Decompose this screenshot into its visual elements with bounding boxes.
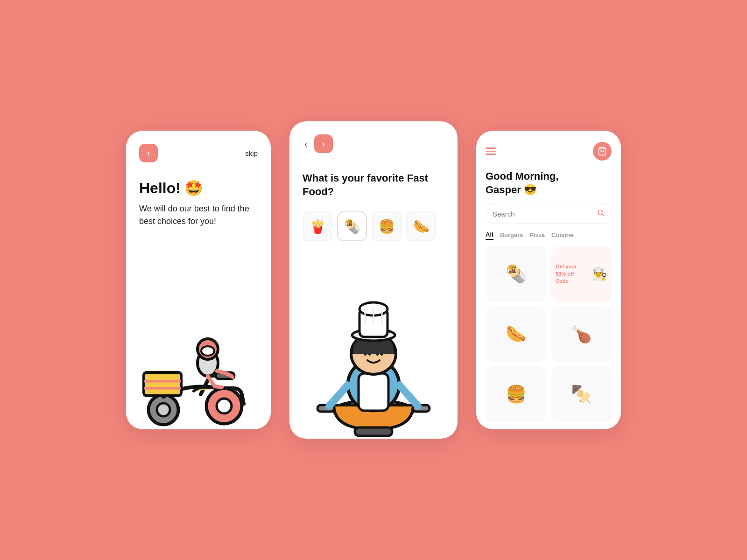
food-item-hotdog[interactable]: 🌭 [486,307,546,362]
promo-chef-emoji: 👨‍🍳 [592,267,607,281]
search-input[interactable] [493,210,593,218]
food-item-burger[interactable]: 🍔 [486,366,546,422]
card1-header: › skip [139,144,258,162]
svg-rect-16 [359,373,388,411]
greeting-text: Good Morning,Gasper 😎 [486,170,612,196]
hello-emoji: 🤩 [184,179,203,197]
food-options-row: 🍟 🌯 🍔 🌭 [303,211,444,241]
welcome-body: We will do our best to find the best cho… [139,203,258,228]
svg-point-1 [217,399,232,413]
svg-rect-5 [144,372,181,396]
cart-icon [598,147,607,156]
forward-button[interactable]: › [139,144,158,162]
tab-pizza[interactable]: Pizza [529,231,545,239]
preference-screen: ‹ › What is your favorite Fast Food? 🍟 🌯… [289,121,458,439]
food-option-hotdog[interactable]: 🌭 [406,211,436,241]
menu-line-3 [486,154,496,155]
food-item-chicken[interactable]: 🍗 [551,307,612,362]
search-icon [597,209,605,218]
category-tabs: All Burgers Pizza Cuisine [486,231,612,240]
chef-svg [289,261,458,439]
hello-text: Hello! [139,180,181,197]
menu-button[interactable] [486,147,496,155]
main-screen: Good Morning,Gasper 😎 All Burgers Pizza … [476,131,621,429]
food-item-wrap[interactable]: 🌯 [486,246,546,302]
promo-card[interactable]: Get your50% offCode 👨‍🍳 [551,246,612,302]
svg-rect-14 [355,427,392,436]
card3-header [486,142,612,161]
back-button[interactable]: ‹ [303,139,310,149]
promo-text: Get your50% offCode [556,263,577,285]
skip-button[interactable]: skip [245,149,258,157]
menu-line-2 [486,151,496,152]
search-bar[interactable] [486,204,612,224]
tab-burgers[interactable]: Burgers [500,231,523,239]
hello-heading: Hello! 🤩 [139,179,258,197]
tab-cuisine[interactable]: Cuisine [551,231,573,239]
food-grid: 🌯 Get your50% offCode 👨‍🍳 🌭 🍗 🍔 🍢 [486,246,612,422]
svg-point-10 [201,346,214,356]
chef-illustration [289,261,458,439]
preference-question: What is your favorite Fast Food? [303,172,444,198]
card1-content: Hello! 🤩 We will do our best to find the… [139,179,258,228]
forward-button-2[interactable]: › [314,134,333,153]
food-item-kebab[interactable]: 🍢 [551,366,612,422]
delivery-illustration [126,271,271,429]
food-option-burger[interactable]: 🍔 [372,211,402,241]
food-option-wrap[interactable]: 🌯 [337,211,367,241]
svg-point-3 [157,403,170,416]
food-option-fries[interactable]: 🍟 [303,211,332,241]
tab-all[interactable]: All [486,231,493,240]
welcome-screen: › skip Hello! 🤩 We will do our best to f… [126,131,271,429]
delivery-svg [126,271,271,429]
menu-line-1 [486,147,496,149]
card2-header: ‹ › [303,134,444,153]
cart-button[interactable] [593,142,612,161]
